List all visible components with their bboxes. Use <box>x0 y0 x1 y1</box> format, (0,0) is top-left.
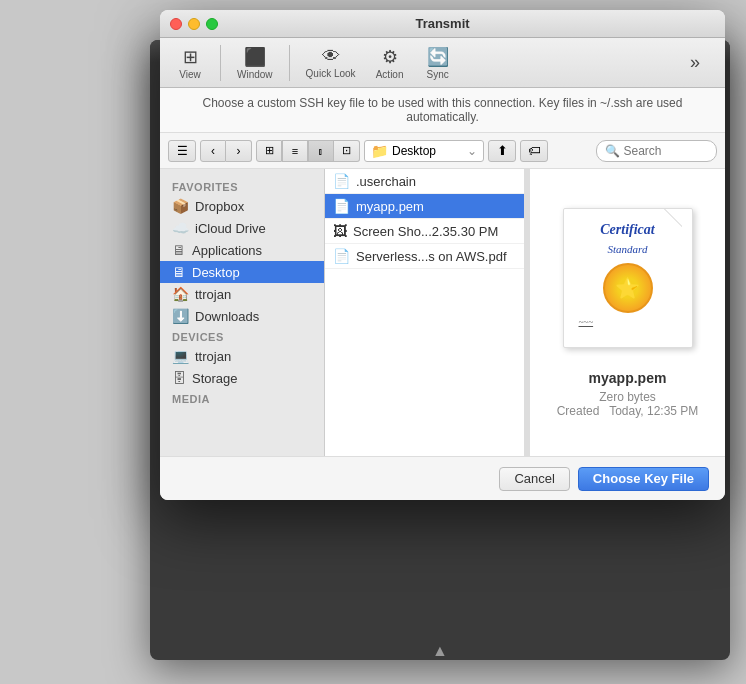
cert-subtitle: Standard <box>608 243 648 255</box>
downloads-icon: ⬇️ <box>172 308 189 324</box>
file-name-myapp: myapp.pem <box>356 199 424 214</box>
traffic-lights <box>170 18 218 30</box>
minimize-button[interactable] <box>188 18 200 30</box>
current-path: Desktop <box>392 144 436 158</box>
dialog-title: Transmit <box>415 16 469 31</box>
sidebar-device-ttrojan-label: ttrojan <box>195 349 231 364</box>
sidebar-desktop-label: Desktop <box>192 265 240 280</box>
file-list: 📄 .userchain 📄 myapp.pem 🖼 Screen Sho...… <box>325 169 525 456</box>
eye-icon: 👁 <box>322 46 340 67</box>
preview-filename: myapp.pem <box>589 370 667 386</box>
search-icon: 🔍 <box>605 144 620 158</box>
window-label: Window <box>237 69 273 80</box>
action-label: Action <box>376 69 404 80</box>
dropbox-icon: 📦 <box>172 198 189 214</box>
sync-icon: 🔄 <box>427 46 449 68</box>
nav-arrows: ‹ › <box>200 140 252 162</box>
icon-view-button[interactable]: ⊞ <box>256 140 282 162</box>
laptop-icon: 💻 <box>172 348 189 364</box>
window-button[interactable]: ⬛ Window <box>229 42 281 84</box>
forward-button[interactable]: › <box>226 140 252 162</box>
gear-icon: ⚙ <box>382 46 398 68</box>
close-button[interactable] <box>170 18 182 30</box>
sidebar-toggle-button[interactable]: ☰ <box>168 140 196 162</box>
file-name-userchain: .userchain <box>356 174 416 189</box>
file-icon-myapp: 📄 <box>333 198 350 214</box>
toolbar: ⊞ View ⬛ Window 👁 Quick Look ⚙ Action 🔄 … <box>160 38 725 88</box>
view-buttons: ⊞ ≡ ⫾ ⊡ <box>256 140 360 162</box>
sidebar-item-desktop[interactable]: 🖥 Desktop <box>160 261 324 283</box>
column-view-button[interactable]: ⫾ <box>308 140 334 162</box>
action-button[interactable]: ⚙ Action <box>368 42 412 84</box>
file-item-myapp[interactable]: 📄 myapp.pem <box>325 194 524 219</box>
quick-look-label: Quick Look <box>306 68 356 79</box>
file-icon-screenshot: 🖼 <box>333 223 347 239</box>
nav-actions: ⬆ 🏷 <box>488 140 592 162</box>
sidebar-item-device-ttrojan[interactable]: 💻 ttrojan <box>160 345 324 367</box>
favorites-header: Favorites <box>160 177 324 195</box>
share-button[interactable]: ⬆ <box>488 140 516 162</box>
storage-icon: 🗄 <box>172 370 186 386</box>
created-label: Created <box>557 404 600 418</box>
file-picker-dialog: Transmit ⊞ View ⬛ Window 👁 Quick Look ⚙ … <box>160 10 725 500</box>
sidebar-item-storage[interactable]: 🗄 Storage <box>160 367 324 389</box>
file-name-screenshot: Screen Sho...2.35.30 PM <box>353 224 498 239</box>
content-area: Favorites 📦 Dropbox ☁️ iCloud Drive 🖥 Ap… <box>160 169 725 456</box>
sidebar-item-dropbox[interactable]: 📦 Dropbox <box>160 195 324 217</box>
cert-title: Certificat <box>600 221 654 239</box>
nav-bar: ☰ ‹ › ⊞ ≡ ⫾ ⊡ 📁 Desktop ⌄ ⬆ 🏷 🔍 <box>160 133 725 169</box>
quick-look-button[interactable]: 👁 Quick Look <box>298 42 364 83</box>
home-icon: 🏠 <box>172 286 189 302</box>
sidebar-item-ttrojan[interactable]: 🏠 ttrojan <box>160 283 324 305</box>
back-button[interactable]: ‹ <box>200 140 226 162</box>
search-input[interactable] <box>624 144 709 158</box>
file-item-userchain[interactable]: 📄 .userchain <box>325 169 524 194</box>
file-icon-userchain: 📄 <box>333 173 350 189</box>
choose-key-file-button[interactable]: Choose Key File <box>578 467 709 491</box>
coverflow-view-button[interactable]: ⊡ <box>334 140 360 162</box>
sidebar-downloads-label: Downloads <box>195 309 259 324</box>
path-chevron-icon: ⌄ <box>467 144 477 158</box>
sidebar-item-applications[interactable]: 🖥 Applications <box>160 239 324 261</box>
view-label: View <box>179 69 201 80</box>
toolbar-divider-2 <box>289 45 290 81</box>
tag-button[interactable]: 🏷 <box>520 140 548 162</box>
cert-fold-inner <box>665 209 682 226</box>
button-bar: Cancel Choose Key File <box>160 456 725 500</box>
title-bar: Transmit <box>160 10 725 38</box>
more-button[interactable]: » <box>673 48 717 77</box>
created-value: Today, 12:35 PM <box>609 404 698 418</box>
maximize-button[interactable] <box>206 18 218 30</box>
cert-ribbon: ~~~ <box>579 317 594 327</box>
sidebar-dropbox-label: Dropbox <box>195 199 244 214</box>
file-item-serverless[interactable]: 📄 Serverless...s on AWS.pdf <box>325 244 524 269</box>
cancel-button[interactable]: Cancel <box>499 467 569 491</box>
view-button[interactable]: ⊞ View <box>168 42 212 84</box>
sidebar-applications-label: Applications <box>192 243 262 258</box>
certificate-preview: Certificat Standard ⭐ ~~~ <box>563 208 693 348</box>
folder-icon: 📁 <box>371 143 388 159</box>
sidebar-ttrojan-label: ttrojan <box>195 287 231 302</box>
cert-seal: ⭐ <box>603 263 653 313</box>
window-icon: ⬛ <box>244 46 266 68</box>
grid-icon: ⊞ <box>183 46 198 68</box>
sidebar-item-icloud[interactable]: ☁️ iCloud Drive <box>160 217 324 239</box>
search-wrapper: 🔍 <box>596 140 718 162</box>
info-message: Choose a custom SSH key file to be used … <box>203 96 683 124</box>
scroll-arrow: ▲ <box>432 642 448 660</box>
icloud-icon: ☁️ <box>172 220 189 236</box>
sidebar: Favorites 📦 Dropbox ☁️ iCloud Drive 🖥 Ap… <box>160 169 325 456</box>
sync-button[interactable]: 🔄 Sync <box>416 42 460 84</box>
file-item-screenshot[interactable]: 🖼 Screen Sho...2.35.30 PM <box>325 219 524 244</box>
list-view-button[interactable]: ≡ <box>282 140 308 162</box>
toolbar-divider-1 <box>220 45 221 81</box>
preview-area: Certificat Standard ⭐ ~~~ myapp.pem Zero… <box>530 169 725 456</box>
preview-image: Certificat Standard ⭐ ~~~ <box>553 208 703 358</box>
devices-header: Devices <box>160 327 324 345</box>
sync-label: Sync <box>426 69 448 80</box>
path-selector[interactable]: 📁 Desktop ⌄ <box>364 140 484 162</box>
sidebar-storage-label: Storage <box>192 371 238 386</box>
sidebar-item-downloads[interactable]: ⬇️ Downloads <box>160 305 324 327</box>
sidebar-icloud-label: iCloud Drive <box>195 221 266 236</box>
preview-size: Zero bytes <box>599 390 656 404</box>
